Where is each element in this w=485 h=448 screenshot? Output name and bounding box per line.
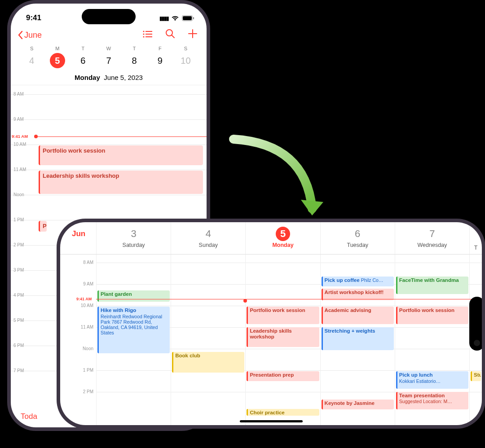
day-column[interactable]: Pick up coffee Philz Co…Artist workshop … [320,255,395,425]
calendar-event[interactable]: Presentation prep [247,371,319,381]
hour-label: 11 AM [13,167,26,172]
calendar-event[interactable]: Portfolio work session [39,145,203,165]
wifi-icon [171,15,179,21]
date-cell[interactable]: 4 [19,53,44,68]
full-date-label: Monday June 5, 2023 [11,72,207,85]
day-column[interactable]: Book club [171,255,245,425]
day-header[interactable]: 4Sunday [171,222,245,254]
weekday-label: W [96,46,121,51]
calendar-event[interactable]: P [39,221,47,232]
week-header: Jun 3Saturday4Sunday5Monday6Tuesday7Wedn… [60,222,482,255]
calendar-event[interactable]: Keynote by Jasmine [322,400,394,409]
day-header[interactable]: 5Monday [245,222,320,254]
calendar-event[interactable]: Stretching + weights [322,327,394,350]
hour-label: 7 PM [13,368,24,373]
date-cell[interactable]: 8 [122,53,147,68]
date-cell[interactable]: 10 [173,53,198,68]
svg-rect-1 [183,16,192,20]
hour-label: Noon [13,192,24,197]
phone-landscape-frame: Jun 3Saturday4Sunday5Monday6Tuesday7Wedn… [57,219,485,429]
battery-icon [182,15,194,21]
week-grid[interactable]: 8 AM9 AM10 AM11 AMNoon1 PM2 PM 9:41 AMPl… [60,255,482,425]
back-button[interactable]: June [17,31,42,40]
svg-point-3 [143,31,144,32]
date-cell[interactable]: 6 [70,53,96,68]
hour-label: 8 AM [13,92,24,97]
current-time-indicator [96,299,482,299]
hour-label: 4 PM [13,293,24,298]
hour-label: 2 PM [60,389,96,394]
day-header[interactable]: 6Tuesday [320,222,395,254]
hour-label: 1 PM [60,368,96,373]
day-header[interactable]: 7Wednesday [395,222,469,254]
calendar-event[interactable]: Leadership skills workshop [39,171,203,194]
cellular-signal-icon [159,13,168,22]
svg-rect-2 [193,17,194,19]
calendar-event[interactable]: Hike with RigoReinhardt Redwood Regional… [97,307,170,353]
calendar-event[interactable]: Pick up coffee Philz Co… [322,277,394,286]
hour-label: 1 PM [13,217,24,222]
hour-label: 6 PM [13,343,24,348]
hour-label: 8 AM [60,260,96,265]
day-column[interactable]: Plant gardenHike with RigoReinhardt Redw… [96,255,171,425]
hour-label: 2 PM [13,242,24,247]
hour-label: 9 AM [13,117,24,122]
date-cell[interactable]: 7 [96,53,121,68]
hour-label: 10 AM [13,142,26,147]
back-label: June [24,31,42,40]
weekday-label: T [122,46,147,51]
weekday-label: S [173,46,198,51]
calendar-event[interactable]: Portfolio work session [247,307,319,324]
svg-point-7 [143,36,144,37]
calendar-event[interactable]: Team presentationSuggested Location: M… [396,392,468,409]
weekday-label: T [70,46,96,51]
calendar-event[interactable]: Pick up lunchKokkari Estiatorio… [396,371,468,389]
svg-rect-6 [146,34,152,35]
calendar-event[interactable]: Choir practice [247,409,319,416]
current-time-indicator [36,136,207,137]
month-label[interactable]: Jun [60,222,96,254]
calendar-event[interactable]: Leadership skills workshop [247,327,319,347]
calendar-event[interactable]: Student [471,371,481,381]
calendar-event[interactable]: Book club [172,352,244,373]
nav-bar: June [11,26,207,46]
date-row: 45678910 [11,51,207,72]
weekday-label: F [147,46,173,51]
day-header[interactable]: 3Saturday [96,222,171,254]
calendar-event[interactable]: FaceTime with Grandma [396,277,468,294]
hour-label: 11 AM [60,325,96,329]
hour-label: Noon [60,346,96,351]
status-time: 9:41 [26,13,41,22]
list-view-icon[interactable] [143,29,153,41]
calendar-event[interactable]: Portfolio work session [396,307,468,324]
day-header[interactable]: T [469,222,482,254]
hour-label: 5 PM [13,318,24,323]
hour-label: 3 PM [13,268,24,272]
svg-line-10 [172,35,175,38]
weekday-label: S [19,46,44,51]
search-icon[interactable] [165,29,175,41]
add-event-icon[interactable] [188,29,198,41]
date-cell[interactable]: 9 [147,53,173,68]
landscape-screen: Jun 3Saturday4Sunday5Monday6Tuesday7Wedn… [60,222,482,425]
day-column[interactable]: Portfolio work sessionLeadership skills … [245,255,320,425]
dynamic-island-landscape [469,297,482,351]
today-button[interactable]: Toda [21,412,37,421]
day-column[interactable]: FaceTime with GrandmaPortfolio work sess… [395,255,469,425]
hour-label: 10 AM [60,303,96,308]
calendar-event[interactable]: Academic advising [322,307,394,324]
time-gutter: 8 AM9 AM10 AM11 AMNoon1 PM2 PM [60,255,96,425]
weekday-label: M [44,46,70,51]
home-indicator [240,420,303,422]
weekday-row: SMTWTFS [11,46,207,51]
date-cell[interactable]: 5 [44,53,70,68]
calendar-event[interactable]: Plant garden [97,290,170,301]
svg-rect-8 [146,36,152,37]
svg-rect-4 [146,31,152,32]
chevron-left-icon [17,31,23,40]
svg-point-5 [143,33,144,35]
dynamic-island [82,9,136,24]
hour-label: 9 AM [60,281,96,286]
